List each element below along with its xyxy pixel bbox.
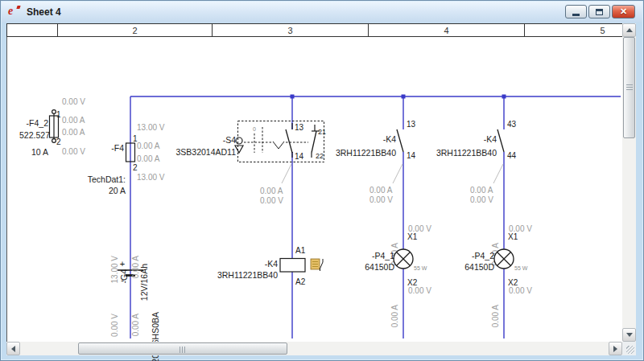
vertical-scroll-thumb[interactable] [623,37,635,138]
close-icon: ✕ [620,7,627,16]
thumb-grip-icon [626,84,633,90]
scroll-right-button[interactable] [609,342,622,355]
resize-grip[interactable] [622,342,636,355]
drawing-canvas[interactable] [6,37,622,342]
scroll-left-button[interactable] [6,342,20,355]
scroll-up-button[interactable] [622,23,636,37]
vertical-scrollbar[interactable] [622,23,636,342]
schematic-editor-window: e Sheet 4 ✕ 2 3 4 5 [0,0,644,361]
ruler-cell: 5 [525,24,622,36]
horizontal-scrollbar[interactable] [6,342,622,355]
arrow-right-icon [613,346,617,352]
app-icon: e [8,6,21,18]
ruler-cell: 3 [213,24,369,36]
arrow-up-icon [626,28,633,32]
ruler-cell: 2 [58,24,213,36]
horizontal-scroll-thumb[interactable] [78,343,287,355]
maximize-button[interactable] [588,5,610,18]
ruler-cell [7,24,58,36]
arrow-left-icon [11,346,15,352]
ruler-cell: 4 [369,24,525,36]
column-ruler: 2 3 4 5 [6,23,622,37]
scroll-down-button[interactable] [622,328,636,342]
title-bar[interactable]: e Sheet 4 ✕ [2,2,642,23]
maximize-icon [596,9,603,15]
arrow-down-icon [626,333,633,337]
minimize-icon [572,14,580,16]
close-button[interactable]: ✕ [612,5,635,18]
minimize-button[interactable] [565,5,587,18]
thumb-grip-icon [180,347,185,353]
window-title: Sheet 4 [27,6,61,18]
